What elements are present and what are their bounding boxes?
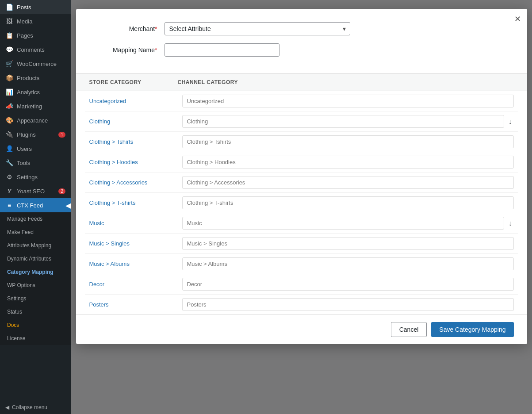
store-category-cell: Music > Albums xyxy=(89,261,178,267)
sidebar-item-settings[interactable]: ⚙ Settings xyxy=(0,170,71,184)
table-row: Clothing > Hoodies xyxy=(85,152,518,172)
channel-category-cell xyxy=(182,298,514,311)
channel-category-input[interactable] xyxy=(182,298,514,311)
channel-category-input[interactable] xyxy=(182,278,514,291)
merchant-select[interactable]: Select Attribute xyxy=(165,22,350,35)
channel-category-cell xyxy=(182,196,514,209)
yoast-icon: Y xyxy=(5,188,13,195)
store-category-cell: Clothing > Hoodies xyxy=(89,159,178,165)
sidebar-item-label: CTX Feed xyxy=(17,202,43,209)
sidebar: 📄 Posts 🖼 Media 📋 Pages 💬 Comments 🛒 Woo… xyxy=(0,0,71,414)
yoast-badge: 2 xyxy=(58,188,65,194)
sidebar-item-dynamic-attributes[interactable]: Dynamic Attributes xyxy=(0,252,71,265)
sidebar-item-label: Settings xyxy=(17,174,38,180)
dropdown-arrow-icon[interactable]: ↓ xyxy=(507,218,514,229)
table-row: Clothing > Tshirts xyxy=(85,132,518,152)
plugins-icon: 🔌 xyxy=(5,131,13,138)
channel-category-input[interactable] xyxy=(182,237,514,250)
mapping-table: STORE CATEGORY CHANNEL CATEGORY Uncatego… xyxy=(76,73,527,314)
mapping-name-input[interactable] xyxy=(165,43,279,57)
channel-category-input[interactable] xyxy=(182,217,504,230)
pages-icon: 📋 xyxy=(5,32,13,39)
sidebar-item-status[interactable]: Status xyxy=(0,305,71,318)
sidebar-item-make-feed[interactable]: Make Feed xyxy=(0,226,71,239)
tools-icon: 🔧 xyxy=(5,159,13,166)
sidebar-item-attributes-mapping[interactable]: Attributes Mapping xyxy=(0,239,71,252)
store-category-cell: Decor xyxy=(89,281,178,288)
modal-close-button[interactable]: ✕ xyxy=(514,15,521,23)
posts-icon: 📄 xyxy=(5,4,13,11)
sidebar-item-label: Yoast SEO xyxy=(17,188,45,195)
attributes-mapping-label: Attributes Mapping xyxy=(7,242,51,249)
sidebar-item-label: Appearance xyxy=(17,117,48,124)
channel-category-input[interactable] xyxy=(182,176,514,189)
make-feed-label: Make Feed xyxy=(7,229,34,235)
sidebar-item-media[interactable]: 🖼 Media xyxy=(0,14,71,28)
save-category-mapping-button[interactable]: Save Category Mapping xyxy=(431,322,513,337)
sidebar-item-label: Products xyxy=(17,75,39,81)
col-channel-category: CHANNEL CATEGORY xyxy=(173,74,518,91)
sidebar-item-tools[interactable]: 🔧 Tools xyxy=(0,156,71,170)
table-row: Music > Singles xyxy=(85,234,518,254)
sidebar-item-analytics[interactable]: 📊 Analytics xyxy=(0,85,71,99)
sidebar-item-wp-options[interactable]: WP Options xyxy=(0,279,71,292)
merchant-select-wrapper: Select Attribute ▾ xyxy=(165,22,350,35)
docs-label: Docs xyxy=(7,322,19,328)
appearance-icon: 🎨 xyxy=(5,117,13,124)
category-mapping-label: Category Mapping xyxy=(7,269,54,275)
channel-category-input[interactable] xyxy=(182,95,514,107)
table-row: Clothing↓ xyxy=(85,111,518,132)
settings-icon: ⚙ xyxy=(5,173,13,180)
sidebar-item-posts[interactable]: 📄 Posts xyxy=(0,0,71,14)
wp-options-label: WP Options xyxy=(7,282,35,288)
sidebar-item-comments[interactable]: 💬 Comments xyxy=(0,42,71,57)
sidebar-item-label: Plugins xyxy=(17,131,36,138)
media-icon: 🖼 xyxy=(5,18,13,25)
main-content: Category Mapping + New Category Mapping … xyxy=(71,0,532,414)
sidebar-item-ctx-feed[interactable]: ≡ CTX Feed ◀ xyxy=(0,198,71,212)
sidebar-item-label: Marketing xyxy=(17,103,42,110)
table-header: STORE CATEGORY CHANNEL CATEGORY xyxy=(76,74,527,91)
sidebar-item-manage-feeds[interactable]: Manage Feeds xyxy=(0,212,71,226)
mapping-name-row: Mapping Name* xyxy=(94,43,509,57)
sidebar-item-label: Pages xyxy=(17,32,33,39)
sidebar-item-license[interactable]: License xyxy=(0,332,71,345)
sidebar-item-plugins[interactable]: 🔌 Plugins 1 xyxy=(0,127,71,142)
modal-overlay: ✕ Merchant* Select Attribute ▾ xyxy=(71,0,532,414)
sidebar-item-yoast-seo[interactable]: Y Yoast SEO 2 xyxy=(0,184,71,198)
channel-category-input[interactable] xyxy=(182,156,514,169)
channel-category-cell xyxy=(182,135,514,148)
table-body: UncategorizedClothing↓Clothing > Tshirts… xyxy=(76,91,527,314)
settings-sub-label: Settings xyxy=(7,295,26,302)
channel-category-input[interactable] xyxy=(182,115,504,128)
modal-footer: Cancel Save Category Mapping xyxy=(76,314,527,344)
sidebar-item-pages[interactable]: 📋 Pages xyxy=(0,28,71,42)
ctx-feed-submenu: Manage Feeds Make Feed Attributes Mappin… xyxy=(0,212,71,345)
merchant-row: Merchant* Select Attribute ▾ xyxy=(94,22,509,35)
store-category-cell: Uncategorized xyxy=(89,98,178,104)
modal-form: Merchant* Select Attribute ▾ Mapping Nam… xyxy=(76,9,527,73)
sidebar-item-users[interactable]: 👤 Users xyxy=(0,142,71,156)
dropdown-arrow-icon[interactable]: ↓ xyxy=(507,116,514,127)
store-category-cell: Clothing > T-shirts xyxy=(89,199,178,206)
channel-category-input[interactable] xyxy=(182,257,514,270)
channel-category-cell xyxy=(182,257,514,270)
plugins-badge: 1 xyxy=(58,132,65,138)
sidebar-item-docs[interactable]: Docs xyxy=(0,318,71,332)
store-category-cell: Clothing xyxy=(89,118,178,125)
analytics-icon: 📊 xyxy=(5,88,13,96)
channel-category-input[interactable] xyxy=(182,135,514,148)
license-label: License xyxy=(7,335,25,341)
sidebar-item-products[interactable]: 📦 Products xyxy=(0,71,71,85)
cancel-button[interactable]: Cancel xyxy=(391,322,427,337)
sidebar-item-woocommerce[interactable]: 🛒 WooCommerce xyxy=(0,57,71,71)
sidebar-item-settings-sub[interactable]: Settings xyxy=(0,292,71,305)
comments-icon: 💬 xyxy=(5,46,13,53)
collapse-menu[interactable]: ◀ Collapse menu xyxy=(0,401,71,414)
table-row: Posters xyxy=(85,295,518,314)
sidebar-item-appearance[interactable]: 🎨 Appearance xyxy=(0,113,71,127)
sidebar-item-marketing[interactable]: 📣 Marketing xyxy=(0,99,71,113)
channel-category-input[interactable] xyxy=(182,196,514,209)
sidebar-item-category-mapping[interactable]: Category Mapping xyxy=(0,265,71,279)
sidebar-item-label: Posts xyxy=(17,4,31,11)
